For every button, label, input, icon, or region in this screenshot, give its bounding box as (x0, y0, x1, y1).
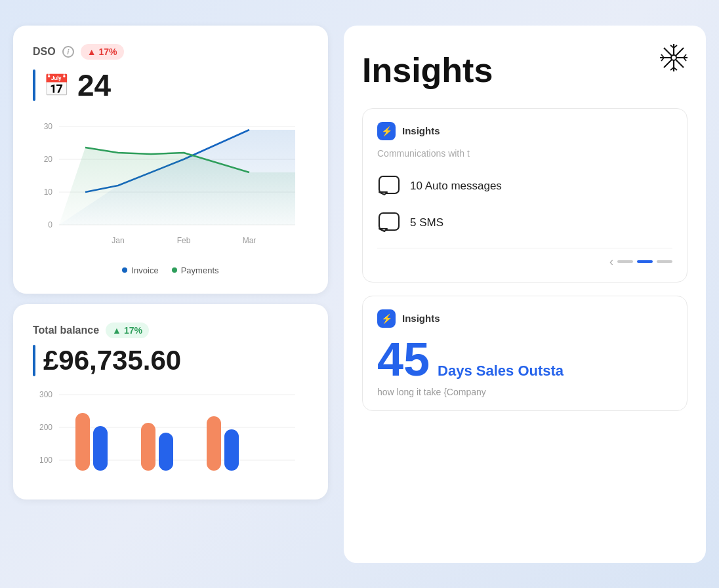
svg-rect-23 (207, 416, 221, 471)
dso-header: DSO i ▲ 17% (33, 44, 308, 60)
svg-point-37 (671, 55, 676, 60)
chart-legend: Invoice Payments (33, 265, 308, 275)
nav-prev-arrow[interactable]: ‹ (609, 255, 613, 269)
left-column: DSO i ▲ 17% 📅 24 (13, 26, 328, 563)
insight-item-sms: 5 SMS (377, 205, 672, 241)
left-bar (33, 69, 35, 101)
dso-badge: ▲ 17% (81, 44, 124, 60)
svg-text:Feb: Feb (177, 236, 191, 245)
insight-card-communications: ⚡ Insights Communications with t 10 Auto… (362, 108, 688, 283)
balance-left-bar (33, 345, 35, 376)
legend-payments: Payments (172, 265, 219, 275)
insight-badge-2: ⚡ (377, 309, 396, 328)
dso-big-row: 45 Days Sales Outsta (377, 336, 672, 383)
sms-label: 5 SMS (410, 216, 443, 229)
dso-big-number: 45 (377, 336, 430, 383)
nav-dots: ‹ (377, 248, 672, 269)
calendar-icon: 📅 (43, 73, 70, 98)
nav-dot-2[interactable] (637, 260, 653, 263)
main-container: DSO i ▲ 17% 📅 24 (13, 26, 706, 563)
insight-card1-header: ⚡ Insights (377, 122, 672, 140)
dso-big-sub: how long it take {Company (377, 387, 672, 397)
chat-bubble-icon-2 (377, 211, 401, 235)
up-arrow-icon: ▲ (87, 47, 96, 57)
svg-rect-24 (224, 429, 239, 471)
line-chart-svg: 30 20 10 0 Jan Feb Mar (33, 113, 308, 258)
dso-label: DSO (33, 46, 56, 58)
insights-title: Insights (362, 50, 688, 90)
balance-chart: 300 200 100 (33, 387, 308, 481)
insight-card-dso: ⚡ Insights 45 Days Sales Outsta how long… (362, 296, 688, 411)
balance-badge: ▲ 17% (106, 323, 149, 338)
payments-dot (172, 267, 177, 273)
dso-number: 24 (77, 68, 111, 103)
svg-rect-19 (75, 413, 90, 471)
bar-chart-svg: 300 200 100 (33, 387, 308, 479)
balance-card: Total balance ▲ 17% £96,735.60 300 200 1… (13, 304, 328, 500)
legend-invoice: Invoice (122, 265, 158, 275)
dso-card: DSO i ▲ 17% 📅 24 (13, 26, 328, 294)
chat-bubble-icon-1 (377, 174, 401, 198)
svg-rect-22 (159, 433, 173, 471)
svg-text:10: 10 (44, 187, 53, 197)
balance-value-row: £96,735.60 (33, 345, 308, 376)
snowflake-icon (657, 41, 690, 80)
info-icon[interactable]: i (62, 46, 74, 58)
nav-dot-1[interactable] (617, 260, 633, 263)
insight-badge-1: ⚡ (377, 122, 396, 140)
svg-rect-21 (141, 423, 155, 471)
insight-card1-subtitle: Communications with t (377, 148, 672, 159)
svg-text:30: 30 (44, 122, 53, 131)
balance-number: £96,735.60 (43, 345, 181, 376)
up-arrow-green-icon: ▲ (112, 325, 121, 336)
svg-text:100: 100 (39, 456, 52, 465)
svg-text:Jan: Jan (112, 236, 124, 245)
right-column: Insights ⚡ Insights Communications with … (344, 26, 706, 563)
dso-chart: 30 20 10 0 Jan Feb Mar (33, 113, 308, 275)
svg-text:20: 20 (44, 155, 53, 164)
dso-value-row: 📅 24 (33, 68, 308, 103)
svg-rect-20 (93, 426, 108, 471)
insight-card1-title: Insights (402, 125, 440, 136)
nav-dot-3[interactable] (657, 260, 672, 263)
svg-text:300: 300 (39, 390, 52, 399)
svg-text:0: 0 (48, 220, 52, 229)
svg-rect-39 (379, 213, 399, 230)
dso-big-label: Days Sales Outsta (438, 363, 564, 380)
svg-text:Mar: Mar (243, 236, 257, 245)
svg-rect-38 (379, 176, 399, 193)
auto-messages-label: 10 Auto messages (410, 180, 502, 193)
insight-card2-header: ⚡ Insights (377, 309, 672, 328)
insight-item-auto-messages: 10 Auto messages (377, 168, 672, 205)
insight-card2-title: Insights (402, 313, 440, 324)
balance-label: Total balance ▲ 17% (33, 323, 308, 338)
svg-text:200: 200 (39, 423, 52, 432)
invoice-dot (122, 267, 127, 273)
